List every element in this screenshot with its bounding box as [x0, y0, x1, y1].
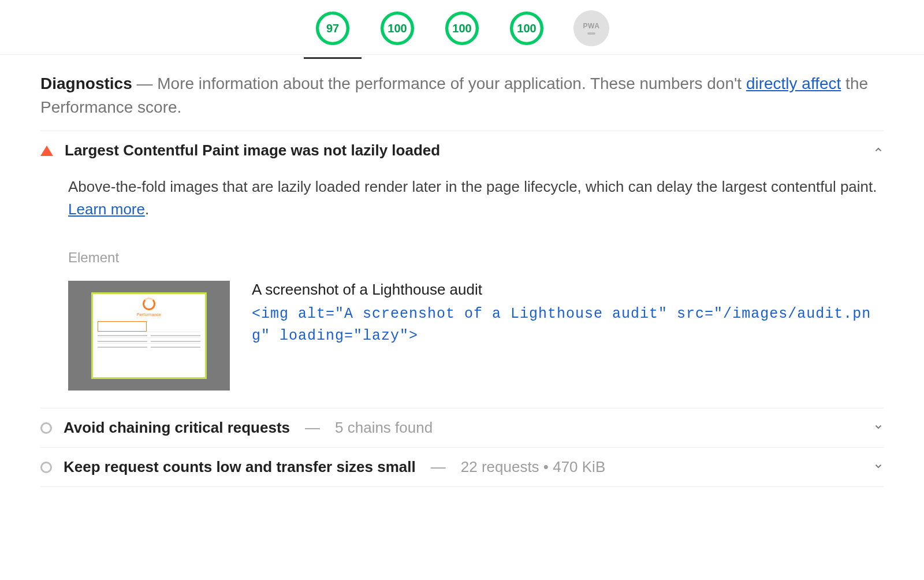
audit-lcp-lazy: Largest Contentful Paint image was not l…: [40, 131, 884, 408]
content-area: Diagnostics — More information about the…: [0, 55, 924, 487]
dash-separator: —: [427, 458, 449, 476]
directly-affect-link[interactable]: directly affect: [746, 75, 841, 92]
pwa-label: PWA: [583, 22, 600, 30]
gauge-best-practices[interactable]: 100: [444, 10, 480, 46]
audit-request-counts: Keep request counts low and transfer siz…: [40, 448, 884, 487]
thumbnail-preview: Performance: [91, 292, 207, 379]
info-circle-icon: [40, 462, 52, 473]
audit-lcp-description: Above-the-fold images that are lazily lo…: [68, 176, 884, 221]
diagnostics-subtitle-prefix: — More information about the performance…: [132, 75, 746, 92]
chevron-up-icon: [873, 144, 884, 157]
element-label: Element: [68, 250, 884, 266]
diagnostics-header: Diagnostics — More information about the…: [40, 72, 884, 131]
dash-separator: —: [301, 419, 323, 437]
score-bar: 97 100 100 100 PWA: [0, 0, 924, 55]
audit-critical-chains: Avoid chaining critical requests — 5 cha…: [40, 408, 884, 448]
element-text: A screenshot of a Lighthouse audit <img …: [252, 281, 884, 347]
gauge-seo[interactable]: 100: [509, 10, 545, 46]
audit-request-counts-sub: 22 requests • 470 KiB: [461, 458, 605, 476]
audit-request-counts-title: Keep request counts low and transfer siz…: [64, 458, 416, 476]
audit-lcp-title: Largest Contentful Paint image was not l…: [65, 142, 440, 159]
audit-lcp-body: Above-the-fold images that are lazily lo…: [40, 159, 884, 397]
score-performance: 97: [326, 22, 339, 35]
diagnostics-title: Diagnostics: [40, 75, 132, 92]
info-circle-icon: [40, 422, 52, 434]
element-code: <img alt="A screenshot of a Lighthouse a…: [252, 303, 884, 347]
active-tab-underline: [304, 57, 362, 59]
audit-critical-chains-sub: 5 chains found: [335, 419, 433, 437]
gauge-pwa[interactable]: PWA: [573, 10, 609, 46]
element-caption: A screenshot of a Lighthouse audit: [252, 281, 884, 299]
score-seo: 100: [517, 22, 536, 35]
audit-critical-chains-title: Avoid chaining critical requests: [64, 419, 290, 437]
element-thumbnail[interactable]: Performance: [68, 281, 230, 391]
gauge-accessibility[interactable]: 100: [379, 10, 415, 46]
audit-critical-chains-header[interactable]: Avoid chaining critical requests — 5 cha…: [40, 419, 884, 437]
learn-more-link[interactable]: Learn more: [68, 200, 145, 218]
pwa-dash-icon: [587, 32, 595, 35]
score-best-practices: 100: [452, 22, 471, 35]
chevron-down-icon: [873, 422, 884, 434]
chevron-down-icon: [873, 461, 884, 474]
audit-request-counts-header[interactable]: Keep request counts low and transfer siz…: [40, 458, 884, 476]
score-accessibility: 100: [388, 22, 407, 35]
element-row: Performance A screenshot of a Lighthouse…: [68, 281, 884, 391]
warning-triangle-icon: [40, 146, 53, 156]
audit-lcp-header[interactable]: Largest Contentful Paint image was not l…: [40, 142, 884, 159]
gauge-performance[interactable]: 97: [315, 10, 351, 46]
